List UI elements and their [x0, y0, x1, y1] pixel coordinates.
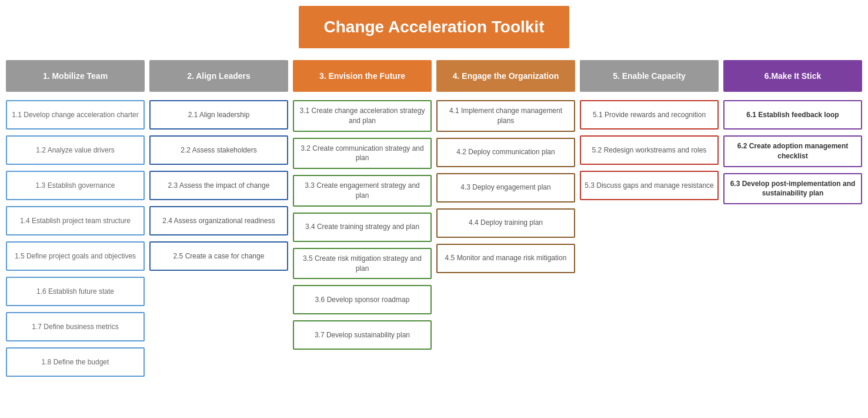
card-1-8[interactable]: 1.8 Define the budget — [6, 347, 145, 377]
col-header-2: 2. Align Leaders — [149, 60, 288, 92]
col-header-4: 4. Engage the Organization — [436, 60, 575, 92]
card-5-1[interactable]: 5.1 Provide rewards and recognition — [580, 100, 719, 130]
card-3-3[interactable]: 3.3 Create engagement strategy and plan — [293, 175, 432, 207]
card-3-2[interactable]: 3.2 Create communication strategy and pl… — [293, 138, 432, 170]
card-5-2[interactable]: 5.2 Redesign workstreams and roles — [580, 135, 719, 165]
column-5: 5. Enable Capacity5.1 Provide rewards an… — [580, 60, 719, 206]
card-4-4[interactable]: 4.4 Deploy training plan — [436, 208, 575, 238]
column-6: 6.Make It Stick6.1 Establish feedback lo… — [723, 60, 862, 210]
card-3-7[interactable]: 3.7 Develop sustainability plan — [293, 320, 432, 350]
column-3: 3. Envision the Future3.1 Create change … — [293, 60, 432, 356]
card-5-3[interactable]: 5.3 Discuss gaps and manage resistance — [580, 171, 719, 200]
card-4-2[interactable]: 4.2 Deploy communication plan — [436, 138, 575, 167]
card-3-4[interactable]: 3.4 Create training strategy and plan — [293, 213, 432, 242]
card-4-3[interactable]: 4.3 Deploy engagement plan — [436, 173, 575, 203]
card-1-1[interactable]: 1.1 Develop change acceleration charter — [6, 100, 145, 130]
card-6-3[interactable]: 6.3 Develop post-implementation and sust… — [723, 173, 862, 205]
card-3-1[interactable]: 3.1 Create change acceleration strategy … — [293, 100, 432, 132]
col-header-1: 1. Mobilize Team — [6, 60, 145, 92]
card-6-2[interactable]: 6.2 Create adoption management checklist — [723, 135, 862, 167]
col-header-3: 3. Envision the Future — [293, 60, 432, 92]
card-1-4[interactable]: 1.4 Establish project team structure — [6, 206, 145, 235]
page-wrapper: Change Acceleration Toolkit 1. Mobilize … — [0, 0, 868, 394]
card-1-6[interactable]: 1.6 Establish future state — [6, 277, 145, 306]
column-2: 2. Align Leaders2.1 Align leadership2.2 … — [149, 60, 288, 277]
card-2-5[interactable]: 2.5 Create a case for change — [149, 241, 288, 271]
card-1-2[interactable]: 1.2 Analyze value drivers — [6, 135, 145, 165]
card-2-4[interactable]: 2.4 Assess organizational readiness — [149, 206, 288, 235]
card-1-7[interactable]: 1.7 Define business metrics — [6, 312, 145, 341]
column-1: 1. Mobilize Team1.1 Develop change accel… — [6, 60, 145, 383]
card-2-3[interactable]: 2.3 Assess the impact of change — [149, 171, 288, 200]
card-1-3[interactable]: 1.3 Establish governance — [6, 171, 145, 200]
card-1-5[interactable]: 1.5 Define project goals and objectives — [6, 241, 145, 271]
card-4-5[interactable]: 4.5 Monitor and manage risk mitigation — [436, 244, 575, 273]
page-title: Change Acceleration Toolkit — [299, 6, 569, 48]
col-header-6: 6.Make It Stick — [723, 60, 862, 92]
card-3-5[interactable]: 3.5 Create risk mitigation strategy and … — [293, 248, 432, 280]
card-2-1[interactable]: 2.1 Align leadership — [149, 100, 288, 130]
card-6-1[interactable]: 6.1 Establish feedback loop — [723, 100, 862, 130]
col-header-5: 5. Enable Capacity — [580, 60, 719, 92]
card-2-2[interactable]: 2.2 Assess stakeholders — [149, 135, 288, 165]
column-4: 4. Engage the Organization4.1 Implement … — [436, 60, 575, 279]
columns-container: 1. Mobilize Team1.1 Develop change accel… — [6, 60, 862, 383]
card-3-6[interactable]: 3.6 Develop sponsor roadmap — [293, 285, 432, 314]
card-4-1[interactable]: 4.1 Implement change management plans — [436, 100, 575, 132]
